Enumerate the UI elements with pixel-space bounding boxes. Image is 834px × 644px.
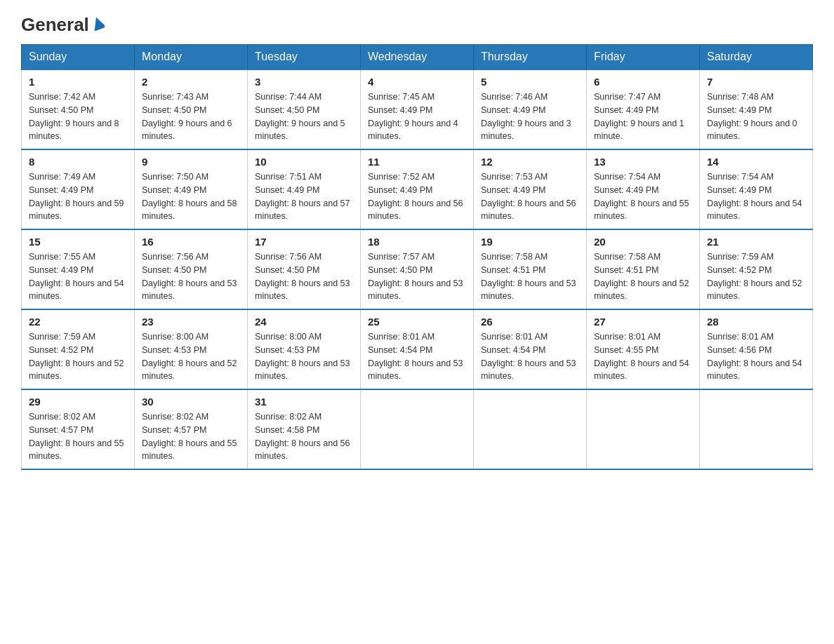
calendar-cell: 14 Sunrise: 7:54 AM Sunset: 4:49 PM Dayl… [700,149,813,229]
calendar-cell: 1 Sunrise: 7:42 AM Sunset: 4:50 PM Dayli… [22,69,135,149]
calendar-cell [587,389,700,469]
logo-area: General [21,14,105,32]
day-number: 1 [29,76,127,88]
day-number: 26 [481,316,579,328]
week-row-3: 15 Sunrise: 7:55 AM Sunset: 4:49 PM Dayl… [22,229,813,309]
day-number: 20 [594,236,692,248]
day-info: Sunrise: 7:59 AM Sunset: 4:52 PM Dayligh… [29,330,127,383]
calendar-cell: 7 Sunrise: 7:48 AM Sunset: 4:49 PM Dayli… [700,69,813,149]
week-row-1: 1 Sunrise: 7:42 AM Sunset: 4:50 PM Dayli… [22,69,813,149]
day-number: 14 [707,156,805,168]
calendar-cell: 28 Sunrise: 8:01 AM Sunset: 4:56 PM Dayl… [700,309,813,389]
day-info: Sunrise: 7:58 AM Sunset: 4:51 PM Dayligh… [481,250,579,303]
calendar-cell: 13 Sunrise: 7:54 AM Sunset: 4:49 PM Dayl… [587,149,700,229]
day-number: 10 [255,156,353,168]
day-number: 31 [255,396,353,408]
day-info: Sunrise: 8:02 AM Sunset: 4:57 PM Dayligh… [142,410,240,463]
col-header-sunday: Sunday [22,45,135,70]
day-info: Sunrise: 8:00 AM Sunset: 4:53 PM Dayligh… [255,330,353,383]
day-number: 16 [142,236,240,248]
calendar-cell: 19 Sunrise: 7:58 AM Sunset: 4:51 PM Dayl… [474,229,587,309]
calendar-cell: 11 Sunrise: 7:52 AM Sunset: 4:49 PM Dayl… [361,149,474,229]
calendar-cell: 6 Sunrise: 7:47 AM Sunset: 4:49 PM Dayli… [587,69,700,149]
day-info: Sunrise: 7:46 AM Sunset: 4:49 PM Dayligh… [481,90,579,143]
svg-marker-0 [92,17,105,31]
calendar-cell: 17 Sunrise: 7:56 AM Sunset: 4:50 PM Dayl… [248,229,361,309]
calendar-cell [474,389,587,469]
day-number: 17 [255,236,353,248]
day-info: Sunrise: 7:51 AM Sunset: 4:49 PM Dayligh… [255,170,353,223]
col-header-monday: Monday [135,45,248,70]
day-info: Sunrise: 8:01 AM Sunset: 4:54 PM Dayligh… [481,330,579,383]
calendar-cell: 23 Sunrise: 8:00 AM Sunset: 4:53 PM Dayl… [135,309,248,389]
day-info: Sunrise: 7:56 AM Sunset: 4:50 PM Dayligh… [255,250,353,303]
calendar-cell [700,389,813,469]
calendar-cell [361,389,474,469]
col-header-friday: Friday [587,45,700,70]
day-number: 24 [255,316,353,328]
day-number: 9 [142,156,240,168]
day-info: Sunrise: 7:57 AM Sunset: 4:50 PM Dayligh… [368,250,466,303]
day-info: Sunrise: 7:53 AM Sunset: 4:49 PM Dayligh… [481,170,579,223]
day-info: Sunrise: 7:43 AM Sunset: 4:50 PM Dayligh… [142,90,240,143]
logo-general-text: General [21,14,89,36]
day-number: 19 [481,236,579,248]
day-number: 6 [594,76,692,88]
day-info: Sunrise: 8:00 AM Sunset: 4:53 PM Dayligh… [142,330,240,383]
calendar-cell: 21 Sunrise: 7:59 AM Sunset: 4:52 PM Dayl… [700,229,813,309]
day-number: 2 [142,76,240,88]
day-number: 30 [142,396,240,408]
calendar-cell: 25 Sunrise: 8:01 AM Sunset: 4:54 PM Dayl… [361,309,474,389]
col-header-saturday: Saturday [700,45,813,70]
day-info: Sunrise: 8:02 AM Sunset: 4:57 PM Dayligh… [29,410,127,463]
day-number: 21 [707,236,805,248]
day-info: Sunrise: 7:56 AM Sunset: 4:50 PM Dayligh… [142,250,240,303]
day-number: 13 [594,156,692,168]
day-number: 7 [707,76,805,88]
day-number: 25 [368,316,466,328]
day-number: 28 [707,316,805,328]
calendar-cell: 18 Sunrise: 7:57 AM Sunset: 4:50 PM Dayl… [361,229,474,309]
day-info: Sunrise: 7:49 AM Sunset: 4:49 PM Dayligh… [29,170,127,223]
day-info: Sunrise: 8:01 AM Sunset: 4:54 PM Dayligh… [368,330,466,383]
day-number: 8 [29,156,127,168]
page-header: General [21,14,813,32]
day-info: Sunrise: 7:59 AM Sunset: 4:52 PM Dayligh… [707,250,805,303]
calendar-cell: 29 Sunrise: 8:02 AM Sunset: 4:57 PM Dayl… [22,389,135,469]
calendar-cell: 5 Sunrise: 7:46 AM Sunset: 4:49 PM Dayli… [474,69,587,149]
calendar-cell: 31 Sunrise: 8:02 AM Sunset: 4:58 PM Dayl… [248,389,361,469]
calendar-cell: 9 Sunrise: 7:50 AM Sunset: 4:49 PM Dayli… [135,149,248,229]
calendar-cell: 15 Sunrise: 7:55 AM Sunset: 4:49 PM Dayl… [22,229,135,309]
calendar-cell: 30 Sunrise: 8:02 AM Sunset: 4:57 PM Dayl… [135,389,248,469]
calendar-cell: 4 Sunrise: 7:45 AM Sunset: 4:49 PM Dayli… [361,69,474,149]
col-header-wednesday: Wednesday [361,45,474,70]
calendar-cell: 24 Sunrise: 8:00 AM Sunset: 4:53 PM Dayl… [248,309,361,389]
calendar-cell: 12 Sunrise: 7:53 AM Sunset: 4:49 PM Dayl… [474,149,587,229]
day-info: Sunrise: 7:54 AM Sunset: 4:49 PM Dayligh… [594,170,692,223]
day-info: Sunrise: 7:54 AM Sunset: 4:49 PM Dayligh… [707,170,805,223]
day-number: 15 [29,236,127,248]
day-info: Sunrise: 7:45 AM Sunset: 4:49 PM Dayligh… [368,90,466,143]
day-number: 11 [368,156,466,168]
day-number: 22 [29,316,127,328]
calendar-cell: 26 Sunrise: 8:01 AM Sunset: 4:54 PM Dayl… [474,309,587,389]
calendar-table: Sunday Monday Tuesday Wednesday Thursday… [21,44,813,470]
day-number: 23 [142,316,240,328]
day-info: Sunrise: 8:02 AM Sunset: 4:58 PM Dayligh… [255,410,353,463]
col-header-tuesday: Tuesday [248,45,361,70]
calendar-cell: 22 Sunrise: 7:59 AM Sunset: 4:52 PM Dayl… [22,309,135,389]
week-row-2: 8 Sunrise: 7:49 AM Sunset: 4:49 PM Dayli… [22,149,813,229]
calendar-cell: 27 Sunrise: 8:01 AM Sunset: 4:55 PM Dayl… [587,309,700,389]
day-info: Sunrise: 8:01 AM Sunset: 4:56 PM Dayligh… [707,330,805,383]
col-header-thursday: Thursday [474,45,587,70]
week-row-4: 22 Sunrise: 7:59 AM Sunset: 4:52 PM Dayl… [22,309,813,389]
day-number: 5 [481,76,579,88]
day-info: Sunrise: 7:58 AM Sunset: 4:51 PM Dayligh… [594,250,692,303]
logo-triangle-icon [92,17,105,34]
day-info: Sunrise: 7:48 AM Sunset: 4:49 PM Dayligh… [707,90,805,143]
calendar-cell: 3 Sunrise: 7:44 AM Sunset: 4:50 PM Dayli… [248,69,361,149]
calendar-cell: 10 Sunrise: 7:51 AM Sunset: 4:49 PM Dayl… [248,149,361,229]
day-info: Sunrise: 7:52 AM Sunset: 4:49 PM Dayligh… [368,170,466,223]
day-info: Sunrise: 8:01 AM Sunset: 4:55 PM Dayligh… [594,330,692,383]
weekday-header-row: Sunday Monday Tuesday Wednesday Thursday… [22,45,813,70]
